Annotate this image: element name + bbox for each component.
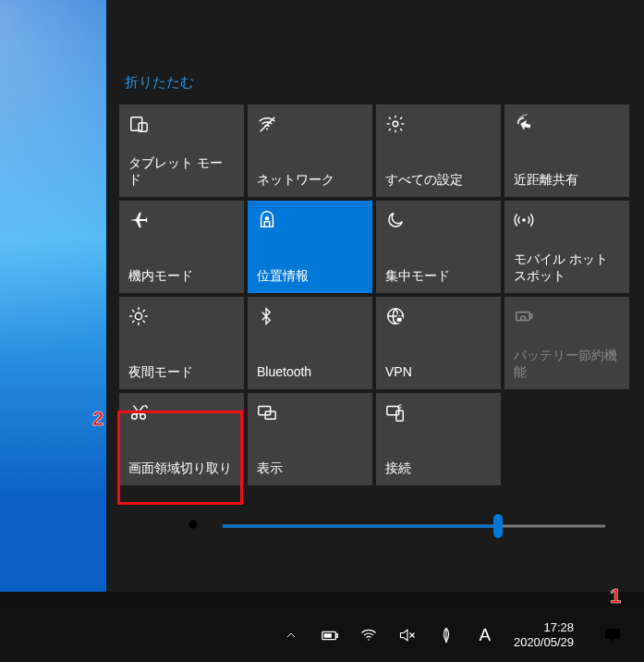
tile-label: 近距離共有 (514, 172, 620, 189)
tray-battery-icon[interactable] (314, 617, 346, 654)
desktop-wallpaper (0, 0, 106, 592)
svg-point-25 (188, 520, 197, 528)
tile-label: すべての設定 (385, 172, 492, 189)
quick-action-tile-connect[interactable]: 接続 (376, 393, 501, 485)
tray-ime-a-icon[interactable]: A (469, 617, 501, 654)
svg-line-32 (186, 530, 188, 532)
svg-rect-16 (396, 317, 402, 323)
tile-label: 位置情報 (257, 268, 363, 285)
wifi-icon (257, 114, 277, 134)
tray-wifi-icon[interactable] (353, 617, 384, 654)
quick-action-tile-tablet[interactable]: タブレット モード (119, 104, 244, 197)
svg-point-2 (266, 128, 268, 129)
svg-rect-0 (131, 117, 142, 131)
tile-label: 画面領域切り取り (128, 460, 235, 477)
tray-overflow-chevron[interactable] (275, 617, 307, 654)
tray-ime-pen-icon[interactable] (431, 617, 462, 654)
connect-icon (385, 402, 406, 423)
svg-line-14 (143, 311, 144, 312)
svg-line-31 (199, 530, 200, 532)
svg-rect-21 (259, 407, 271, 415)
quick-action-tile-location[interactable]: 位置情報 (248, 201, 372, 293)
svg-point-37 (368, 639, 370, 641)
svg-line-12 (143, 321, 144, 322)
brightness-slider[interactable] (223, 515, 605, 537)
tile-label: 集中モード (385, 268, 492, 285)
clock-date: 2020/05/29 (514, 635, 574, 650)
tile-label: Bluetooth (257, 364, 363, 381)
svg-rect-18 (529, 314, 531, 318)
tile-label: 夜間モード (128, 364, 235, 381)
quick-action-tile-bluetooth[interactable]: Bluetooth (248, 297, 372, 389)
moon-icon (385, 210, 406, 230)
quick-action-tile-wifi[interactable]: ネットワーク (248, 104, 372, 197)
sun-icon (128, 306, 149, 326)
quick-action-tile-vpn[interactable]: VPN (376, 297, 501, 389)
quick-action-tile-project[interactable]: 表示 (248, 393, 372, 485)
gear-icon (385, 114, 406, 134)
quick-action-grid: タブレット モードネットワークすべての設定近距離共有機内モード位置情報集中モード… (119, 104, 633, 485)
clock-time: 17:28 (543, 620, 574, 635)
svg-line-30 (186, 517, 188, 519)
svg-point-4 (265, 216, 270, 221)
svg-point-3 (393, 121, 398, 127)
near-share-icon (514, 114, 534, 134)
notification-center-button[interactable] (587, 612, 638, 658)
quick-action-tile-snip[interactable]: 画面領域切り取り (119, 393, 244, 485)
bluetooth-icon (257, 306, 277, 326)
svg-line-11 (133, 311, 134, 312)
tray-clock[interactable]: 17:28 2020/05/29 (508, 620, 579, 649)
svg-rect-35 (335, 634, 337, 638)
svg-point-5 (522, 218, 526, 222)
tray-volume-muted-icon[interactable] (392, 617, 423, 654)
quick-action-tile-airplane[interactable]: 機内モード (119, 201, 244, 293)
taskbar: A 17:28 2020/05/29 (0, 608, 644, 662)
svg-rect-24 (396, 411, 403, 421)
tile-label: 表示 (257, 460, 363, 477)
quick-action-tile-battery[interactable]: バッテリー節約機能 (504, 297, 629, 389)
quick-action-tile-sun[interactable]: 夜間モード (119, 297, 244, 389)
quick-action-tile-hotspot[interactable]: モバイル ホットスポット (504, 201, 629, 293)
location-icon (257, 210, 277, 230)
hotspot-icon (514, 210, 534, 230)
tile-label: VPN (385, 364, 492, 381)
quick-action-tile-near-share[interactable]: 近距離共有 (504, 104, 629, 197)
svg-point-6 (135, 313, 141, 319)
tile-label: ネットワーク (257, 172, 363, 189)
svg-line-13 (133, 321, 134, 322)
vpn-icon (385, 306, 406, 326)
snip-icon (128, 402, 149, 423)
svg-marker-38 (400, 630, 407, 641)
quick-action-tile-moon[interactable]: 集中モード (376, 201, 501, 293)
quick-action-tile-gear[interactable]: すべての設定 (376, 104, 501, 197)
svg-line-33 (199, 517, 200, 519)
tile-label: バッテリー節約機能 (514, 348, 620, 380)
svg-rect-36 (324, 633, 332, 638)
tile-label: 接続 (385, 460, 492, 477)
project-icon (257, 402, 277, 423)
battery-icon (514, 306, 534, 326)
tile-label: タブレット モード (128, 155, 235, 188)
airplane-icon (128, 210, 149, 230)
action-center-panel: 折りたたむ タブレット モードネットワークすべての設定近距離共有機内モード位置情… (106, 0, 644, 592)
tile-label: 機内モード (128, 268, 235, 285)
brightness-icon (180, 511, 206, 541)
collapse-link[interactable]: 折りたたむ (119, 17, 194, 104)
tablet-icon (128, 114, 149, 134)
tile-label: モバイル ホットスポット (514, 251, 620, 284)
